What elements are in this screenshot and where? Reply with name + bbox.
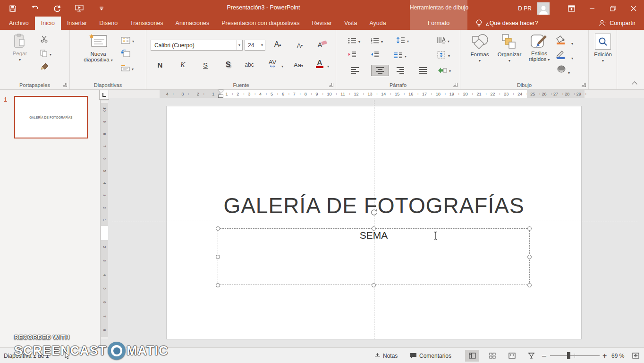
- slide-sorter-view-button[interactable]: [485, 350, 500, 362]
- fit-slide-to-window-button[interactable]: [628, 350, 643, 362]
- share-button[interactable]: Compartir: [599, 17, 636, 30]
- user-initials[interactable]: D PR: [518, 5, 532, 12]
- font-color-button[interactable]: A: [314, 57, 325, 69]
- first-line-indent-icon[interactable]: [218, 90, 224, 93]
- new-slide-button[interactable]: Nueva diapositiva: [80, 34, 116, 62]
- align-left-button[interactable]: [349, 65, 361, 76]
- shapes-button[interactable]: Formas: [466, 34, 493, 63]
- paste-button[interactable]: Pegar: [8, 34, 32, 62]
- textbox-text[interactable]: SEMA: [218, 230, 530, 241]
- text-direction-button[interactable]: [436, 36, 449, 44]
- change-case-button[interactable]: Aa: [293, 59, 304, 70]
- quick-styles-button[interactable]: Estilos rápidos: [525, 34, 553, 62]
- align-right-button[interactable]: [395, 65, 406, 76]
- convert-smartart-button[interactable]: [438, 66, 451, 74]
- grow-font-button[interactable]: A▴: [272, 39, 283, 50]
- zoom-in-button[interactable]: +: [602, 348, 607, 363]
- tab-insertar[interactable]: Insertar: [61, 17, 93, 30]
- copy-button[interactable]: [40, 49, 51, 58]
- chevron-down-icon[interactable]: [571, 53, 573, 61]
- save-icon[interactable]: [8, 4, 17, 13]
- strikethrough-button[interactable]: abc: [244, 59, 255, 70]
- zoom-slider-thumb[interactable]: [567, 352, 570, 359]
- chevron-down-icon[interactable]: [568, 68, 570, 76]
- character-spacing-button[interactable]: AV: [267, 58, 278, 69]
- selection-handle-mid-left[interactable]: [216, 255, 220, 259]
- tell-me-box[interactable]: ¿Qué desea hacer?: [476, 17, 538, 30]
- tab-vista[interactable]: Vista: [338, 17, 364, 30]
- selection-handle-bottom-right[interactable]: [527, 283, 532, 287]
- chevron-down-icon[interactable]: [281, 61, 283, 69]
- tab-diseno[interactable]: Diseño: [93, 17, 124, 30]
- close-icon[interactable]: [623, 0, 644, 17]
- collapse-ribbon-icon[interactable]: [632, 81, 637, 86]
- left-indent-icon[interactable]: [218, 95, 223, 98]
- slide-thumbnail[interactable]: GALERÍA DE FOTOGRAFÍAS: [14, 96, 88, 138]
- rotate-handle-icon[interactable]: [370, 208, 378, 216]
- columns-button[interactable]: [394, 51, 407, 60]
- comments-button[interactable]: Comentarios: [410, 348, 451, 363]
- clear-formatting-button[interactable]: A: [316, 39, 328, 50]
- minimize-icon[interactable]: [582, 0, 602, 17]
- shape-effects-button[interactable]: [557, 65, 566, 73]
- format-painter-button[interactable]: [41, 63, 49, 71]
- reading-view-button[interactable]: [505, 350, 519, 362]
- selection-handle-top-right[interactable]: [527, 226, 532, 231]
- indent-marker[interactable]: [218, 90, 224, 100]
- avatar[interactable]: [537, 2, 550, 15]
- tab-ayuda[interactable]: Ayuda: [364, 17, 392, 30]
- bold-button[interactable]: N: [154, 59, 166, 70]
- slideshow-view-button[interactable]: [524, 350, 538, 362]
- tab-formato[interactable]: Formato: [410, 17, 467, 30]
- undo-icon[interactable]: [31, 4, 39, 13]
- tab-animaciones[interactable]: Animaciones: [169, 17, 216, 30]
- arrange-button[interactable]: Organizar: [494, 34, 525, 63]
- font-name-combo[interactable]: Calibri (Cuerpo): [151, 40, 243, 51]
- slide-layout-button[interactable]: [121, 36, 134, 44]
- tab-revisar[interactable]: Revisar: [306, 17, 338, 30]
- notes-button[interactable]: Notas: [374, 348, 398, 363]
- dialog-launcher-icon[interactable]: [63, 83, 67, 87]
- shape-outline-button[interactable]: [556, 50, 566, 60]
- customize-quick-access-icon[interactable]: [97, 4, 106, 13]
- bullets-button[interactable]: [348, 36, 360, 45]
- cut-button[interactable]: [41, 35, 49, 43]
- shrink-font-button[interactable]: A▾: [294, 40, 305, 51]
- tab-archivo[interactable]: Archivo: [3, 17, 35, 30]
- zoom-level[interactable]: 69 %: [611, 348, 624, 363]
- increase-indent-button[interactable]: [371, 51, 379, 58]
- italic-button[interactable]: K: [177, 59, 188, 70]
- start-presentation-icon[interactable]: [75, 4, 84, 13]
- underline-button[interactable]: S: [200, 59, 211, 70]
- align-text-button[interactable]: [437, 51, 450, 59]
- selection-handle-top-left[interactable]: [216, 226, 220, 231]
- font-size-combo[interactable]: 24: [245, 40, 265, 51]
- ruler-corner-button[interactable]: [99, 90, 109, 100]
- shape-fill-button[interactable]: [556, 35, 566, 45]
- selection-handle-bottom-left[interactable]: [216, 283, 220, 287]
- section-button[interactable]: [121, 64, 134, 72]
- align-center-button[interactable]: [371, 65, 389, 76]
- selection-handle-bottom-center[interactable]: [372, 283, 376, 287]
- ribbon-display-options-icon[interactable]: [561, 0, 582, 17]
- dialog-launcher-icon[interactable]: [329, 83, 333, 87]
- text-shadow-button[interactable]: S: [222, 59, 234, 70]
- restore-icon[interactable]: [602, 0, 623, 17]
- dialog-launcher-icon[interactable]: [453, 83, 458, 87]
- decrease-indent-button[interactable]: [348, 51, 356, 58]
- justify-button[interactable]: [417, 65, 429, 76]
- reset-slide-button[interactable]: [121, 50, 130, 58]
- numbering-button[interactable]: [371, 36, 383, 45]
- normal-view-button[interactable]: [465, 350, 479, 362]
- selection-handle-mid-right[interactable]: [527, 255, 532, 259]
- tab-presentacion[interactable]: Presentación con diapositivas: [215, 17, 305, 30]
- tab-inicio[interactable]: Inicio: [35, 17, 61, 30]
- chevron-down-icon[interactable]: [571, 38, 573, 47]
- selection-handle-top-center[interactable]: [372, 226, 376, 231]
- line-spacing-button[interactable]: [396, 36, 409, 44]
- tab-transiciones[interactable]: Transiciones: [124, 17, 169, 30]
- editing-button[interactable]: Edición: [592, 34, 614, 63]
- zoom-out-button[interactable]: –: [542, 348, 546, 363]
- chevron-down-icon[interactable]: [327, 61, 329, 69]
- dialog-launcher-icon[interactable]: [582, 83, 586, 87]
